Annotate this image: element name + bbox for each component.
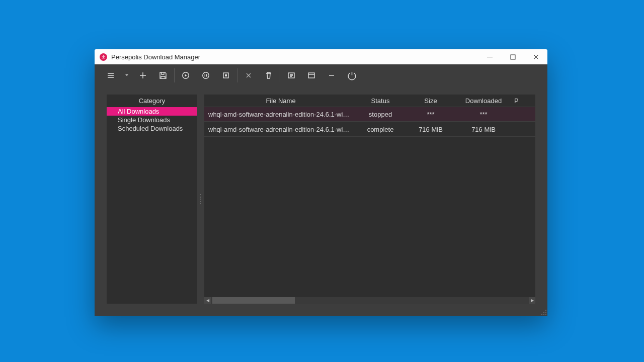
- cell-filename: whql-amd-software-adrenalin-edition-24.6…: [204, 122, 355, 136]
- cell-size: ***: [406, 107, 456, 121]
- menu-button[interactable]: [101, 64, 121, 86]
- svg-rect-0: [511, 55, 515, 59]
- scroll-thumb[interactable]: [212, 297, 295, 304]
- stop-button[interactable]: [216, 64, 236, 86]
- downloads-panel: File Name Status Size Downloaded P whql-…: [204, 95, 535, 304]
- content-area: Category All Downloads Single Downloads …: [95, 86, 547, 316]
- toolbar: [95, 64, 547, 86]
- cell-status: complete: [355, 122, 406, 136]
- close-icon: [245, 71, 253, 79]
- app-icon: [100, 53, 107, 61]
- stop-icon: [222, 71, 230, 79]
- chevron-down-icon: [125, 73, 129, 77]
- remove-button[interactable]: [238, 64, 259, 86]
- play-icon: [182, 71, 190, 79]
- cell-status: stopped: [355, 107, 406, 121]
- svg-rect-4: [225, 74, 227, 76]
- scroll-track[interactable]: [211, 297, 529, 304]
- details-icon: [287, 71, 295, 79]
- window-body: Category All Downloads Single Downloads …: [95, 64, 547, 316]
- minus-icon: [328, 71, 336, 79]
- properties-button[interactable]: [281, 64, 301, 86]
- pause-button[interactable]: [196, 64, 216, 86]
- power-button[interactable]: [342, 64, 362, 86]
- cell-downloaded: ***: [456, 107, 511, 121]
- window-close-button[interactable]: [524, 49, 547, 64]
- toolbar-separator: [280, 68, 280, 82]
- scroll-right-arrow[interactable]: ▶: [529, 297, 535, 304]
- svg-point-2: [203, 72, 209, 78]
- trash-icon: [265, 71, 273, 79]
- col-size[interactable]: Size: [406, 95, 456, 107]
- cell-filename: whql-amd-software-adrenalin-edition-24.6…: [204, 107, 355, 121]
- toolbar-separator: [363, 68, 363, 82]
- col-status[interactable]: Status: [355, 95, 406, 107]
- sidebar-item-scheduled-downloads[interactable]: Scheduled Downloads: [107, 124, 197, 133]
- col-overflow[interactable]: P: [511, 95, 528, 107]
- add-download-button[interactable]: [133, 64, 153, 86]
- cell-size: 716 MiB: [406, 122, 456, 136]
- splitter-handle[interactable]: [197, 95, 204, 304]
- window-icon: [307, 71, 315, 79]
- scroll-left-arrow[interactable]: ◀: [204, 297, 211, 304]
- power-icon: [347, 70, 357, 81]
- resume-button[interactable]: [176, 64, 196, 86]
- downloads-table: File Name Status Size Downloaded P whql-…: [204, 95, 535, 297]
- menu-dropdown-button[interactable]: [121, 64, 133, 86]
- toolbar-separator: [237, 68, 237, 82]
- sidebar-item-all-downloads[interactable]: All Downloads: [107, 107, 197, 116]
- delete-button[interactable]: [259, 64, 279, 86]
- col-downloaded[interactable]: Downloaded: [456, 95, 511, 107]
- cell-downloaded: 716 MiB: [456, 122, 511, 136]
- minimize-tray-button[interactable]: [321, 64, 342, 86]
- table-body: whql-amd-software-adrenalin-edition-24.6…: [204, 107, 535, 297]
- save-button[interactable]: [153, 64, 173, 86]
- horizontal-scrollbar[interactable]: ◀ ▶: [204, 297, 535, 304]
- window-minimize-button[interactable]: [478, 49, 501, 64]
- category-sidebar: Category All Downloads Single Downloads …: [107, 95, 197, 304]
- open-window-button[interactable]: [301, 64, 321, 86]
- disk-icon: [159, 71, 167, 79]
- table-row[interactable]: whql-amd-software-adrenalin-edition-24.6…: [204, 122, 535, 137]
- menu-icon: [107, 71, 115, 79]
- window-title: Persepolis Download Manager: [111, 53, 200, 61]
- plus-icon: [139, 71, 147, 79]
- app-window: Persepolis Download Manager: [95, 49, 547, 316]
- sidebar-item-single-downloads[interactable]: Single Downloads: [107, 116, 197, 124]
- col-filename[interactable]: File Name: [204, 95, 355, 107]
- svg-rect-6: [308, 73, 314, 78]
- window-maximize-button[interactable]: [501, 49, 524, 64]
- cell-overflow: [511, 107, 528, 121]
- titlebar[interactable]: Persepolis Download Manager: [95, 49, 547, 64]
- table-header: File Name Status Size Downloaded P: [204, 95, 535, 107]
- cell-overflow: [511, 122, 528, 136]
- sidebar-header: Category: [107, 95, 197, 107]
- pause-icon: [202, 71, 210, 79]
- table-row[interactable]: whql-amd-software-adrenalin-edition-24.6…: [204, 107, 535, 122]
- toolbar-separator: [174, 68, 175, 82]
